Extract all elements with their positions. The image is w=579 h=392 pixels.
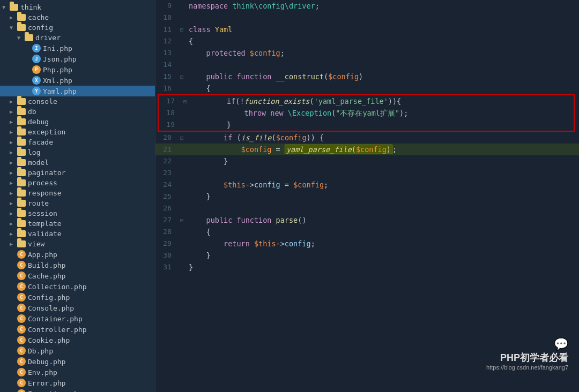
tree-item-Build.php[interactable]: CBuild.php: [0, 260, 155, 270]
code-content: }: [185, 191, 579, 202]
code-line-24: 24 $this->config = $config;: [155, 179, 579, 191]
tree-item-validate[interactable]: validate: [0, 229, 155, 239]
item-label: response: [28, 189, 62, 197]
folder-arrow: [10, 190, 17, 196]
tree-item-config[interactable]: config: [0, 22, 155, 33]
tree-item-Cache.php[interactable]: CCache.php: [0, 270, 155, 281]
tree-item-Error.php[interactable]: CError.php: [0, 378, 155, 388]
tree-item-view[interactable]: view: [0, 239, 155, 249]
code-content: [185, 167, 579, 179]
tree-item-debug[interactable]: debug: [0, 117, 155, 127]
tree-item-Container.php[interactable]: CContainer.php: [0, 313, 155, 324]
item-label: Php.php: [43, 66, 72, 74]
fold-arrow: [178, 202, 185, 214]
item-label: Db.php: [28, 347, 53, 355]
tree-item-process[interactable]: process: [0, 178, 155, 188]
tree-item-driver[interactable]: driver: [0, 33, 155, 43]
file-icon: Y: [32, 87, 41, 95]
tree-item-Json.php[interactable]: JJson.php: [0, 54, 155, 64]
watermark-icon: 💬: [486, 337, 568, 351]
tree-item-App.php[interactable]: CApp.php: [0, 249, 155, 260]
fold-arrow[interactable]: ⊟: [178, 214, 185, 226]
tree-item-exception[interactable]: exception: [0, 127, 155, 137]
fold-arrow[interactable]: ⊟: [178, 132, 185, 144]
code-line-25: 25 }: [155, 191, 579, 202]
tree-item-Env.php[interactable]: CEnv.php: [0, 367, 155, 378]
tree-item-console[interactable]: console: [0, 96, 155, 107]
tree-item-Collection.php[interactable]: CCollection.php: [0, 281, 155, 292]
folder-arrow: [10, 99, 17, 104]
tree-item-Exception.php[interactable]: CException.php: [0, 388, 155, 392]
code-line-20: 20⊟ if (is_file($config)) {: [155, 132, 579, 144]
line-number: 17: [159, 95, 181, 107]
folder-arrow: [10, 25, 17, 31]
code-line-15: 15⊟ public function __construct($config): [155, 71, 579, 82]
item-label: Exception.php: [28, 390, 83, 393]
tree-item-Db.php[interactable]: CDb.php: [0, 345, 155, 356]
item-label: Collection.php: [28, 283, 87, 291]
tree-item-Console.php[interactable]: CConsole.php: [0, 303, 155, 313]
line-number: 16: [155, 82, 178, 94]
code-content: throw new \Exception("不存在yaml扩展");: [189, 107, 574, 119]
tree-item-cache[interactable]: cache: [0, 12, 155, 22]
item-label: facade: [28, 138, 53, 146]
fold-arrow: [178, 35, 185, 47]
tree-item-think[interactable]: think: [0, 2, 155, 12]
item-label: exception: [28, 128, 65, 136]
code-line-11: 11⊟class Yaml: [155, 24, 579, 35]
file-icon: C: [17, 304, 26, 312]
fold-arrow: [178, 191, 185, 202]
line-number: 30: [155, 250, 178, 261]
file-icon: C: [17, 336, 26, 344]
line-number: 25: [155, 191, 178, 202]
fold-arrow[interactable]: ⊟: [178, 71, 185, 82]
tree-item-template[interactable]: template: [0, 218, 155, 229]
tree-item-response[interactable]: response: [0, 188, 155, 198]
folder-icon: [17, 179, 26, 186]
item-label: template: [28, 220, 62, 228]
tree-item-session[interactable]: session: [0, 208, 155, 218]
code-line-13: 13 protected $config;: [155, 47, 579, 59]
fold-arrow: [178, 226, 185, 238]
tree-item-Config.php[interactable]: CConfig.php: [0, 292, 155, 303]
tree-item-Debug.php[interactable]: CDebug.php: [0, 356, 155, 367]
fold-arrow: [178, 0, 185, 12]
folder-arrow: [10, 180, 17, 186]
tree-item-Controller.php[interactable]: CController.php: [0, 324, 155, 335]
file-icon: C: [17, 261, 26, 269]
folder-icon: [17, 210, 26, 217]
code-content: }: [185, 250, 579, 261]
item-label: Env.php: [28, 368, 57, 376]
line-number: 13: [155, 47, 178, 59]
tree-item-db[interactable]: db: [0, 107, 155, 117]
tree-item-paginator[interactable]: paginator: [0, 168, 155, 178]
fold-arrow[interactable]: ⊟: [178, 24, 185, 35]
file-tree[interactable]: thinkcacheconfigdriverIIni.phpJJson.phpP…: [0, 0, 155, 392]
code-line-26: 26: [155, 202, 579, 214]
line-number: 27: [155, 214, 178, 226]
folder-icon: [17, 108, 26, 115]
tree-item-Xml.php[interactable]: XXml.php: [0, 75, 155, 86]
folder-arrow: [10, 200, 17, 206]
tree-item-Cookie.php[interactable]: CCookie.php: [0, 335, 155, 345]
code-content: if(!function_exists('yaml_parse_file')){: [189, 95, 574, 107]
item-label: Yaml.php: [43, 87, 77, 95]
line-number: 15: [155, 71, 178, 82]
fold-arrow: [178, 167, 185, 179]
tree-item-log[interactable]: log: [0, 147, 155, 157]
fold-arrow[interactable]: ⊟: [181, 95, 189, 107]
item-label: debug: [28, 118, 49, 126]
tree-item-route[interactable]: route: [0, 198, 155, 208]
folder-icon: [10, 4, 18, 11]
folder-icon: [17, 24, 26, 31]
code-line-19: 19 }: [159, 119, 574, 131]
item-label: Debug.php: [28, 358, 65, 366]
tree-item-facade[interactable]: facade: [0, 137, 155, 147]
tree-item-Ini.php[interactable]: IIni.php: [0, 43, 155, 54]
code-content: [185, 202, 579, 214]
tree-item-Yaml.php[interactable]: YYaml.php: [0, 86, 155, 96]
tree-item-Php.php[interactable]: PPhp.php: [0, 64, 155, 75]
tree-item-model[interactable]: model: [0, 157, 155, 168]
folder-icon: [17, 220, 26, 227]
line-number: 23: [155, 167, 178, 179]
